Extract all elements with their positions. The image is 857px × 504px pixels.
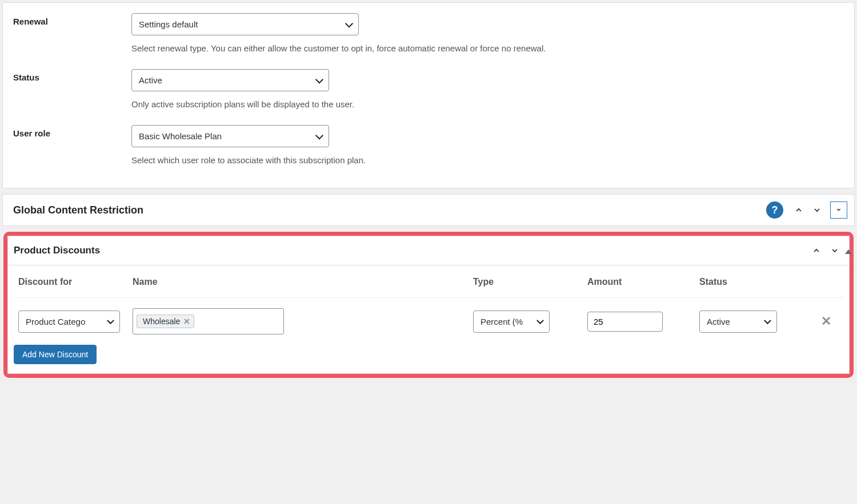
global-restriction-controls: ? (766, 201, 847, 219)
status-label: Status (13, 69, 131, 82)
tag-label: Wholesale (143, 317, 180, 326)
user-role-select-wrap: Basic Wholesale Plan (131, 125, 329, 147)
discount-status-select[interactable]: Active (699, 311, 777, 333)
product-discounts-body: Discount for Name Type Amount Status (8, 265, 849, 373)
discount-table: Discount for Name Type Amount Status (14, 265, 843, 345)
panel-toggle-indicator-icon[interactable] (845, 249, 852, 254)
product-discounts-title: Product Discounts (14, 245, 100, 256)
help-icon[interactable]: ? (766, 201, 783, 219)
user-role-label: User role (13, 125, 131, 138)
product-discounts-controls (809, 243, 842, 258)
global-content-restriction-panel: Global Content Restriction ? (2, 194, 855, 226)
tag-remove-icon[interactable]: ✕ (183, 317, 190, 326)
renewal-select-wrap: Settings default (131, 13, 359, 35)
global-restriction-header: Global Content Restriction ? (3, 195, 854, 225)
col-amount: Amount (583, 265, 695, 298)
status-select-wrap: Active (131, 69, 329, 91)
product-discounts-highlight: Product Discounts Discount for Name Type… (3, 232, 854, 378)
col-discount-for: Discount for (14, 265, 128, 298)
discount-for-select-wrap: Product Catego (18, 311, 120, 333)
remove-row-icon[interactable]: ✕ (814, 314, 839, 329)
col-type: Type (468, 265, 583, 298)
discount-row: Product Catego Wholesale ✕ (14, 298, 843, 345)
add-new-discount-button[interactable]: Add New Discount (14, 345, 97, 364)
discount-type-select[interactable]: Percent (% (473, 311, 550, 333)
subscription-settings-panel: Renewal Settings default Select renewal … (2, 2, 855, 188)
move-up-icon[interactable] (809, 243, 824, 258)
renewal-help: Select renewal type. You can either allo… (131, 43, 844, 53)
col-status: Status (695, 265, 809, 298)
renewal-select[interactable]: Settings default (131, 13, 359, 35)
user-role-help: Select which user role to associate with… (131, 155, 844, 165)
status-select[interactable]: Active (131, 69, 329, 91)
global-restriction-title: Global Content Restriction (13, 204, 143, 216)
status-row: Status Active Only active subscription p… (13, 69, 844, 109)
product-discounts-header: Product Discounts (8, 236, 849, 265)
user-role-select[interactable]: Basic Wholesale Plan (131, 125, 329, 147)
discount-name-tag: Wholesale ✕ (137, 315, 194, 328)
status-help: Only active subscription plans will be d… (131, 99, 844, 109)
renewal-label: Renewal (13, 13, 131, 26)
user-role-row: User role Basic Wholesale Plan Select wh… (13, 125, 844, 165)
col-name: Name (128, 265, 468, 298)
discount-type-select-wrap: Percent (% (473, 311, 550, 333)
move-down-icon[interactable] (810, 203, 824, 217)
discount-status-select-wrap: Active (699, 311, 777, 333)
discount-for-select[interactable]: Product Catego (18, 311, 120, 333)
discount-table-header-row: Discount for Name Type Amount Status (14, 265, 843, 298)
user-role-field: Basic Wholesale Plan Select which user r… (131, 125, 844, 165)
discount-amount-input[interactable] (587, 312, 663, 332)
renewal-row: Renewal Settings default Select renewal … (13, 13, 844, 53)
product-discounts-panel: Product Discounts Discount for Name Type… (7, 236, 850, 374)
panel-body: Renewal Settings default Select renewal … (3, 3, 854, 188)
col-actions (809, 265, 843, 298)
panel-toggle-icon[interactable] (830, 201, 847, 219)
status-field: Active Only active subscription plans wi… (131, 69, 844, 109)
move-down-icon[interactable] (827, 243, 842, 258)
discount-name-input[interactable]: Wholesale ✕ (133, 308, 284, 334)
renewal-field: Settings default Select renewal type. Yo… (131, 13, 844, 53)
move-up-icon[interactable] (791, 203, 806, 217)
